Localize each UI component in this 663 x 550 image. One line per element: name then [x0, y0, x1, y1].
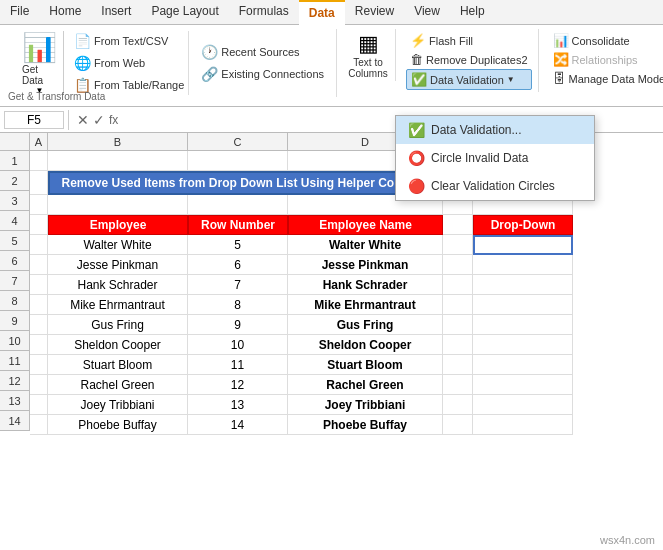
- row-num-1[interactable]: 1: [0, 151, 30, 171]
- cell-d12[interactable]: Rachel Green: [288, 375, 443, 395]
- cell-f7[interactable]: [473, 275, 573, 295]
- cell-a9[interactable]: [30, 315, 48, 335]
- data-validation-button[interactable]: ✅ Data Validation ▼: [406, 69, 532, 90]
- cell-c11[interactable]: 11: [188, 355, 288, 375]
- cell-f8[interactable]: [473, 295, 573, 315]
- cell-f9[interactable]: [473, 315, 573, 335]
- cell-e4[interactable]: [443, 215, 473, 235]
- cell-b2-title[interactable]: Remove Used Items from Drop Down List Us…: [48, 171, 443, 195]
- tab-review[interactable]: Review: [345, 0, 404, 24]
- text-to-columns-button[interactable]: ▦ Text toColumns: [348, 31, 387, 79]
- data-validation-item[interactable]: ✅ Data Validation...: [396, 116, 594, 144]
- row-num-3[interactable]: 3: [0, 191, 30, 211]
- from-web-button[interactable]: 🌐 From Web: [70, 53, 188, 73]
- existing-connections-button[interactable]: 🔗 Existing Connections: [197, 64, 328, 84]
- cell-c13[interactable]: 13: [188, 395, 288, 415]
- cell-a6[interactable]: [30, 255, 48, 275]
- row-num-10[interactable]: 10: [0, 331, 30, 351]
- cell-e9[interactable]: [443, 315, 473, 335]
- cell-f13[interactable]: [473, 395, 573, 415]
- row-num-11[interactable]: 11: [0, 351, 30, 371]
- cell-c14[interactable]: 14: [188, 415, 288, 435]
- header-employee-name[interactable]: Employee Name: [288, 215, 443, 235]
- cell-d7[interactable]: Hank Schrader: [288, 275, 443, 295]
- row-num-14[interactable]: 14: [0, 411, 30, 431]
- cell-e6[interactable]: [443, 255, 473, 275]
- cell-c5[interactable]: 5: [188, 235, 288, 255]
- row-num-7[interactable]: 7: [0, 271, 30, 291]
- row-num-2[interactable]: 2: [0, 171, 30, 191]
- cell-c1[interactable]: [188, 151, 288, 171]
- cell-f10[interactable]: [473, 335, 573, 355]
- tab-formulas[interactable]: Formulas: [229, 0, 299, 24]
- header-dropdown[interactable]: Drop-Down: [473, 215, 573, 235]
- clear-validation-item[interactable]: 🔴 Clear Validation Circles: [396, 172, 594, 200]
- cell-f14[interactable]: [473, 415, 573, 435]
- remove-duplicates-button[interactable]: 🗑 Remove Duplicates2: [406, 50, 532, 69]
- cell-c10[interactable]: 10: [188, 335, 288, 355]
- cell-e7[interactable]: [443, 275, 473, 295]
- cell-e8[interactable]: [443, 295, 473, 315]
- cell-a13[interactable]: [30, 395, 48, 415]
- confirm-formula-icon[interactable]: ✓: [93, 112, 105, 128]
- cell-d8[interactable]: Mike Ehrmantraut: [288, 295, 443, 315]
- consolidate-button[interactable]: 📊 Consolidate: [549, 31, 663, 50]
- cell-e14[interactable]: [443, 415, 473, 435]
- cell-b6[interactable]: Jesse Pinkman: [48, 255, 188, 275]
- tab-file[interactable]: File: [0, 0, 39, 24]
- cell-d5[interactable]: Walter White: [288, 235, 443, 255]
- row-num-8[interactable]: 8: [0, 291, 30, 311]
- tab-home[interactable]: Home: [39, 0, 91, 24]
- cell-f6[interactable]: [473, 255, 573, 275]
- row-num-6[interactable]: 6: [0, 251, 30, 271]
- recent-sources-button[interactable]: 🕐 Recent Sources: [197, 42, 328, 62]
- cell-a12[interactable]: [30, 375, 48, 395]
- cell-a10[interactable]: [30, 335, 48, 355]
- cell-c6[interactable]: 6: [188, 255, 288, 275]
- insert-function-icon[interactable]: fx: [109, 113, 118, 127]
- cell-f12[interactable]: [473, 375, 573, 395]
- cell-e13[interactable]: [443, 395, 473, 415]
- cell-d9[interactable]: Gus Fring: [288, 315, 443, 335]
- cell-a1[interactable]: [30, 151, 48, 171]
- row-num-5[interactable]: 5: [0, 231, 30, 251]
- col-header-c[interactable]: C: [188, 133, 288, 151]
- cell-c9[interactable]: 9: [188, 315, 288, 335]
- cell-a11[interactable]: [30, 355, 48, 375]
- cell-d10[interactable]: Sheldon Cooper: [288, 335, 443, 355]
- cell-a4[interactable]: [30, 215, 48, 235]
- cell-a5[interactable]: [30, 235, 48, 255]
- cell-b7[interactable]: Hank Schrader: [48, 275, 188, 295]
- cell-c3[interactable]: [188, 195, 288, 215]
- row-num-4[interactable]: 4: [0, 211, 30, 231]
- cancel-formula-icon[interactable]: ✕: [77, 112, 89, 128]
- cell-a2[interactable]: [30, 171, 48, 195]
- cell-a14[interactable]: [30, 415, 48, 435]
- cell-c7[interactable]: 7: [188, 275, 288, 295]
- cell-b5[interactable]: Walter White: [48, 235, 188, 255]
- header-employee[interactable]: Employee: [48, 215, 188, 235]
- cell-d13[interactable]: Joey Tribbiani: [288, 395, 443, 415]
- cell-b10[interactable]: Sheldon Cooper: [48, 335, 188, 355]
- cell-reference-box[interactable]: [4, 111, 64, 129]
- cell-b13[interactable]: Joey Tribbiani: [48, 395, 188, 415]
- cell-b1[interactable]: [48, 151, 188, 171]
- cell-e5[interactable]: [443, 235, 473, 255]
- row-num-12[interactable]: 12: [0, 371, 30, 391]
- cell-b11[interactable]: Stuart Bloom: [48, 355, 188, 375]
- cell-a3[interactable]: [30, 195, 48, 215]
- cell-c12[interactable]: 12: [188, 375, 288, 395]
- row-num-9[interactable]: 9: [0, 311, 30, 331]
- cell-d11[interactable]: Stuart Bloom: [288, 355, 443, 375]
- flash-fill-button[interactable]: ⚡ Flash Fill: [406, 31, 532, 50]
- cell-c8[interactable]: 8: [188, 295, 288, 315]
- row-num-13[interactable]: 13: [0, 391, 30, 411]
- cell-f11[interactable]: [473, 355, 573, 375]
- cell-b9[interactable]: Gus Fring: [48, 315, 188, 335]
- tab-data[interactable]: Data: [299, 0, 345, 25]
- col-header-b[interactable]: B: [48, 133, 188, 151]
- cell-a7[interactable]: [30, 275, 48, 295]
- tab-insert[interactable]: Insert: [91, 0, 141, 24]
- cell-f5[interactable]: [473, 235, 573, 255]
- tab-help[interactable]: Help: [450, 0, 495, 24]
